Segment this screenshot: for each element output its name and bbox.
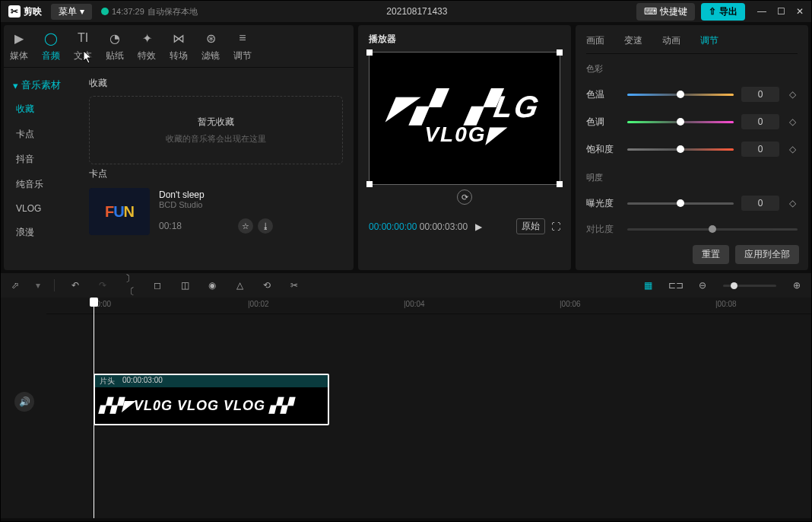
reset-button[interactable]: 重置 — [693, 245, 729, 264]
resize-handle-tl[interactable] — [366, 49, 373, 56]
slider-saturation[interactable] — [627, 148, 734, 151]
adjust-icon: ≡ — [234, 30, 251, 46]
value-temperature[interactable]: 0 — [741, 87, 779, 102]
filter-icon: ⊛ — [202, 30, 219, 46]
tab-media[interactable]: ▶媒体 — [10, 30, 28, 62]
track-mute-button[interactable]: 🔊 — [14, 392, 34, 412]
preview-canvas[interactable]: ◤▞ ▞LG VL0G◤ — [369, 52, 560, 185]
zoom-in-button[interactable]: ⊕ — [790, 280, 804, 291]
shortcut-button[interactable]: ⌨快捷键 — [636, 3, 695, 21]
insp-tab-picture[interactable]: 画面 — [586, 34, 604, 47]
undo-button[interactable]: ↶ — [68, 280, 82, 291]
download-button[interactable]: ⭳ — [258, 218, 273, 234]
transition-icon: ⋈ — [170, 30, 187, 46]
freeze-tool[interactable]: ◫ — [178, 280, 192, 291]
zoom-slider[interactable] — [723, 285, 776, 287]
tab-adjust[interactable]: ≡调节 — [233, 30, 252, 62]
rotate-tool[interactable]: ⟲ — [260, 280, 274, 291]
row-temperature: 色温 0 ◇ — [586, 87, 798, 102]
slider-tint[interactable] — [627, 121, 734, 123]
select-tool[interactable]: ⬀ — [8, 280, 22, 291]
clip-duration: 00:00:03:00 — [122, 376, 163, 387]
magnet-button[interactable]: ▦ — [641, 280, 655, 291]
keyframe-temp[interactable]: ◇ — [787, 89, 798, 100]
zoom-out-button[interactable]: ⊖ — [696, 280, 709, 291]
speed-tool[interactable]: ◉ — [205, 280, 219, 291]
sidebar-item-beat[interactable]: 卡点 — [4, 122, 78, 147]
value-tint[interactable]: 0 — [741, 114, 779, 129]
resize-handle-bl[interactable] — [366, 181, 373, 187]
tab-sticker[interactable]: ◔贴纸 — [106, 30, 124, 62]
slider-exposure[interactable] — [627, 202, 734, 205]
clip-tag: 片头 — [100, 376, 115, 387]
timeline[interactable]: 00:00 |00:02 |00:04 |00:06 |00:08 🔊 片头 0… — [1, 298, 811, 518]
keyframe-exp[interactable]: ◇ — [787, 198, 798, 208]
tab-transition[interactable]: ⋈转场 — [170, 30, 188, 62]
keyframe-sat[interactable]: ◇ — [787, 144, 798, 154]
slider-contrast[interactable] — [627, 228, 798, 231]
clip-thumbnail: ▞▞◤VL0G VLOG VLOG ▞▞ — [95, 387, 328, 424]
autosave-status: 14:37:29 自动保存本地 — [101, 6, 198, 18]
tab-filter[interactable]: ⊛滤镜 — [201, 30, 220, 62]
resize-handle-br[interactable] — [557, 181, 563, 187]
refresh-button[interactable]: ⟳ — [457, 189, 472, 205]
sidebar-item-pure[interactable]: 纯音乐 — [4, 172, 78, 197]
mirror-tool[interactable]: △ — [233, 280, 246, 291]
crop-tool[interactable]: ◻ — [151, 280, 164, 291]
play-button[interactable]: ▶ — [475, 221, 482, 232]
ratio-button[interactable]: 原始 — [516, 218, 545, 234]
chevron-down-icon: ▾ — [80, 6, 84, 17]
tab-effect[interactable]: ✦特效 — [138, 30, 156, 62]
preview-title: 播放器 — [369, 33, 560, 46]
app-name: 剪映 — [24, 5, 42, 18]
sidebar-head[interactable]: ▾音乐素材 — [4, 74, 78, 97]
sidebar-item-fav[interactable]: 收藏 — [4, 97, 78, 122]
video-clip[interactable]: 片头 00:00:03:00 ▞▞◤VL0G VLOG VLOG ▞▞ — [94, 374, 329, 425]
link-button[interactable]: ⊏⊐ — [668, 280, 682, 291]
title-bar: ✂ 剪映 菜单▾ 14:37:29 自动保存本地 202108171433 ⌨快… — [1, 1, 811, 22]
sidebar-item-douyin[interactable]: 抖音 — [4, 147, 78, 172]
insp-tab-anim[interactable]: 动画 — [662, 34, 680, 47]
insp-tab-speed[interactable]: 变速 — [624, 34, 642, 47]
close-button[interactable]: ✕ — [796, 6, 804, 17]
empty-sub-text: 收藏的音乐将会出现在这里 — [166, 133, 266, 145]
keyboard-icon: ⌨ — [644, 6, 657, 17]
split-tool[interactable]: 〕〔 — [123, 272, 137, 298]
menu-button[interactable]: 菜单▾ — [51, 4, 92, 20]
empty-favorites: 暂无收藏 收藏的音乐将会出现在这里 — [89, 96, 343, 164]
slider-temperature[interactable] — [627, 94, 734, 96]
track-artist: BCD Studio — [159, 200, 343, 209]
fullscreen-button[interactable]: ⛶ — [551, 221, 560, 232]
favorite-button[interactable]: ☆ — [238, 218, 253, 234]
maximize-button[interactable]: ☐ — [777, 6, 785, 17]
value-exposure[interactable]: 0 — [741, 196, 779, 211]
sidebar-item-romance[interactable]: 浪漫 — [4, 220, 78, 245]
empty-main-text: 暂无收藏 — [198, 116, 234, 129]
fav-section-title: 收藏 — [89, 77, 343, 90]
tab-audio[interactable]: ◯音频 — [42, 30, 60, 62]
value-saturation[interactable]: 0 — [741, 142, 779, 157]
row-exposure: 曝光度 0 ◇ — [586, 196, 798, 211]
keyframe-tint[interactable]: ◇ — [787, 116, 798, 127]
insp-tab-adjust[interactable]: 调节 — [700, 34, 718, 47]
playhead[interactable] — [94, 298, 94, 518]
export-button[interactable]: ⇧导出 — [701, 3, 745, 21]
library-sidebar: ▾音乐素材 收藏 卡点 抖音 纯音乐 VLOG 浪漫 — [4, 68, 78, 270]
library-panel: ▶媒体 ◯音频 TI文本 ◔贴纸 ✦特效 ⋈转场 ⊛滤镜 ≡调节 ▾音乐素材 收… — [4, 25, 354, 270]
group-color: 色彩 — [586, 63, 798, 75]
sidebar-item-vlog[interactable]: VLOG — [4, 197, 78, 220]
crop2-tool[interactable]: ✂ — [287, 280, 301, 291]
time-ruler[interactable]: 00:00 |00:02 |00:04 |00:06 |00:08 — [46, 298, 811, 314]
audio-card[interactable]: FUN Don't sleep BCD Studio 00:18 ☆ ⭳ — [89, 188, 343, 235]
project-title: 202108171433 — [207, 6, 627, 17]
redo-button[interactable]: ↷ — [96, 280, 109, 291]
timeline-toolbar: ⬀▾ ↶ ↷ 〕〔 ◻ ◫ ◉ △ ⟲ ✂ ▦ ⊏⊐ ⊖ ⊕ — [1, 273, 811, 298]
resize-handle-tr[interactable] — [557, 49, 563, 56]
audio-icon: ◯ — [43, 30, 59, 46]
library-tabs: ▶媒体 ◯音频 TI文本 ◔贴纸 ✦特效 ⋈转场 ⊛滤镜 ≡调节 — [4, 25, 354, 68]
tab-text[interactable]: TI文本 — [74, 30, 92, 62]
apply-all-button[interactable]: 应用到全部 — [735, 245, 799, 264]
minimize-button[interactable]: — — [757, 6, 766, 17]
group-brightness: 明度 — [586, 172, 798, 183]
row-contrast: 对比度 — [586, 223, 798, 236]
